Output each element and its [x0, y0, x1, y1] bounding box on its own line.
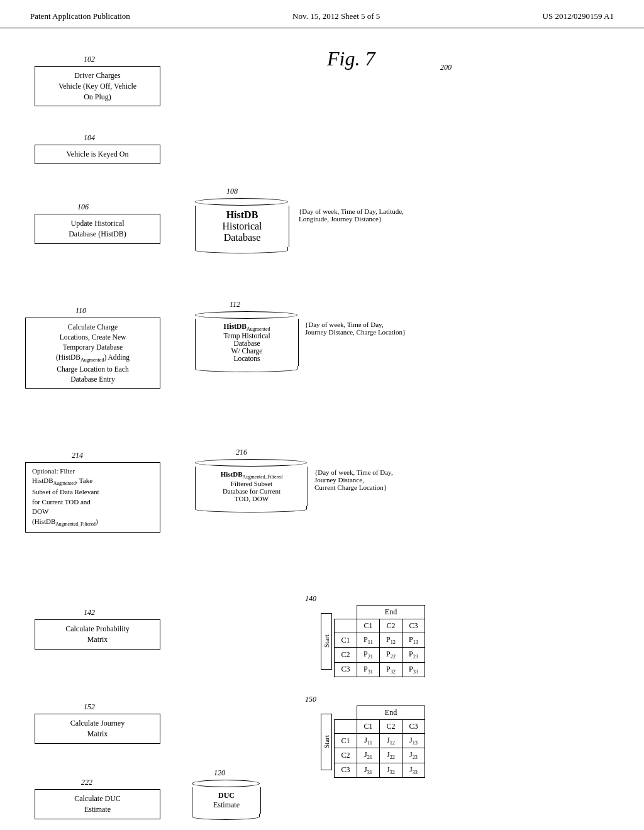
page-wrapper: Patent Application Publication Nov. 15, … — [0, 0, 644, 830]
box-104: 104 Vehicle is Keyed On — [35, 145, 160, 164]
ref-108: 108 — [226, 187, 238, 196]
ref-110: 110 — [75, 306, 86, 316]
prob-matrix-container: 140 Start End C1 C2 C3 C1 — [321, 594, 425, 677]
diagram-area: Fig. 7 200 102 Driver ChargesVehicle (Ke… — [0, 28, 644, 60]
ref-106: 106 — [77, 202, 89, 212]
box-222: 222 Calculate DUCEstimate — [35, 789, 160, 819]
journey-matrix-container: 150 Start End C1 C2 C3 C1 — [321, 695, 425, 778]
cylinder-histdb-aug: 112 HistDBAugmented Temp HistoricalDatab… — [195, 311, 299, 372]
box-106: 106 Update HistoricalDatabase (HistDB) — [35, 214, 160, 244]
ref-140: 140 — [305, 594, 425, 604]
ref-150: 150 — [305, 695, 425, 704]
ref-104: 104 — [84, 133, 95, 143]
cylinder-histdb: 108 HistDB HistoricalDatabase — [195, 198, 289, 253]
prob-start-label: Start — [321, 613, 332, 670]
ref-120: 120 — [214, 768, 225, 778]
ref-112: 112 — [230, 300, 240, 309]
histdb-attrs: {Day of week, Time of Day, Latitude,Long… — [299, 208, 450, 223]
fig-label: Fig. 7 — [327, 47, 375, 70]
prob-matrix-table: End C1 C2 C3 C1 P11 P12 P13 — [334, 605, 425, 677]
journey-start-label: Start — [321, 714, 332, 770]
prob-matrix-wrapper: Start End C1 C2 C3 C1 P11 — [321, 605, 425, 677]
ref-102: 102 — [84, 55, 95, 64]
header-right: US 2012/0290159 A1 — [543, 11, 614, 21]
cylinder-histdb-filt: 216 HistDBAugmented_Filtered Filtered Su… — [195, 459, 308, 512]
ref-222: 222 — [81, 778, 92, 787]
header-center: Nov. 15, 2012 Sheet 5 of 5 — [292, 11, 380, 21]
journey-matrix-wrapper: Start End C1 C2 C3 C1 J11 — [321, 706, 425, 778]
journey-matrix-table: End C1 C2 C3 C1 J11 J12 J13 — [334, 706, 425, 778]
page-header: Patent Application Publication Nov. 15, … — [0, 0, 644, 28]
ref-152: 152 — [84, 702, 95, 712]
box-214: 214 Optional: FilterHistDBAugmented, Tak… — [25, 462, 160, 533]
histdb-filt-attrs: {Day of week, Time of Day,Journey Distan… — [314, 468, 465, 491]
histdb-aug-attrs: {Day of week, Time of Day,Journey Distan… — [305, 321, 469, 336]
box-142: 142 Calculate ProbabilityMatrix — [35, 619, 160, 650]
ref-216: 216 — [236, 448, 247, 457]
box-102: 102 Driver ChargesVehicle (Key Off, Vehi… — [35, 66, 160, 106]
cylinder-duc: 120 DUC Estimate — [192, 780, 261, 820]
box-152: 152 Calculate JourneyMatrix — [35, 714, 160, 744]
box-110: 110 Calculate ChargeLocations, Create Ne… — [25, 318, 160, 389]
ref-214: 214 — [72, 451, 83, 460]
diagram-arrows — [0, 28, 644, 60]
header-left: Patent Application Publication — [30, 11, 130, 21]
ref-142: 142 — [84, 608, 95, 617]
ref-200: 200 — [440, 63, 452, 72]
